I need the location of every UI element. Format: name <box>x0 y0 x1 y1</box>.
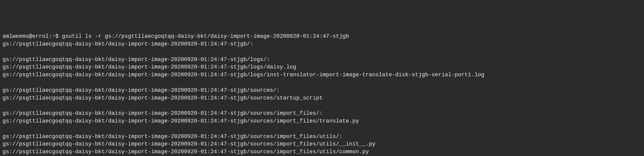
output-line <box>2 102 642 110</box>
command-line: amlweems@errol:~$ gsutil ls -r gs://psgt… <box>2 33 642 40</box>
command-text: gsutil ls -r gs://psgttllaecgoqtqq-daisy… <box>62 33 349 40</box>
prompt-user-host: amlweems@errol <box>2 33 49 40</box>
output-line: gs://psgttllaecgoqtqq-daisy-bkt/daisy-im… <box>2 71 642 79</box>
output-line: gs://psgttllaecgoqtqq-daisy-bkt/daisy-im… <box>2 110 642 118</box>
output-line <box>2 48 642 56</box>
output-line: gs://psgttllaecgoqtqq-daisy-bkt/daisy-im… <box>2 56 642 64</box>
output-line <box>2 79 642 87</box>
output-line: gs://psgttllaecgoqtqq-daisy-bkt/daisy-im… <box>2 133 642 141</box>
output-line: gs://psgttllaecgoqtqq-daisy-bkt/daisy-im… <box>2 94 642 102</box>
prompt-path: ~ <box>52 33 55 40</box>
output-line: gs://psgttllaecgoqtqq-daisy-bkt/daisy-im… <box>2 64 642 71</box>
output-line: gs://psgttllaecgoqtqq-daisy-bkt/daisy-im… <box>2 118 642 125</box>
output-line: gs://psgttllaecgoqtqq-daisy-bkt/daisy-im… <box>2 148 642 156</box>
output-line: gs://psgttllaecgoqtqq-daisy-bkt/daisy-im… <box>2 140 642 148</box>
terminal-output: amlweems@errol:~$ gsutil ls -r gs://psgt… <box>2 33 642 156</box>
output-line: gs://psgttllaecgoqtqq-daisy-bkt/daisy-im… <box>2 87 642 94</box>
output-line <box>2 125 642 133</box>
output-line: gs://psgttllaecgoqtqq-daisy-bkt/daisy-im… <box>2 40 642 48</box>
prompt-symbol: $ <box>55 33 58 40</box>
